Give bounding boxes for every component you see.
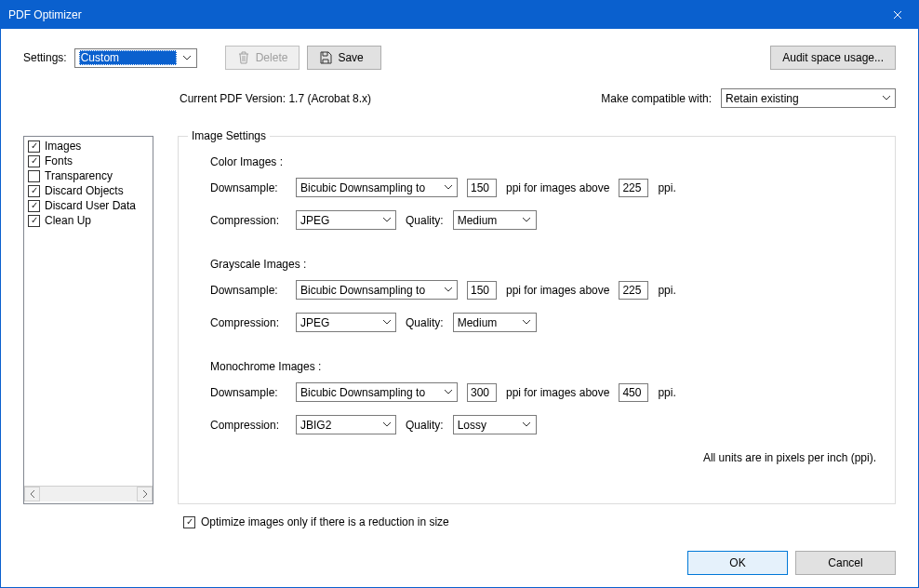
version-row: Current PDF Version: 1.7 (Acrobat 8.x) M… <box>23 88 896 108</box>
scroll-left-icon[interactable] <box>24 487 40 501</box>
mono-downsample-select[interactable]: Bicubic Downsampling to <box>296 382 458 402</box>
category-label: Discard User Data <box>45 199 136 212</box>
optimize-checkbox-label: Optimize images only if there is a reduc… <box>201 515 449 528</box>
checkbox-icon[interactable] <box>28 170 40 182</box>
mono-quality-select[interactable]: Lossy <box>453 415 537 434</box>
chevron-down-icon <box>441 185 455 190</box>
ppi-above-label: ppi for images above <box>506 284 609 297</box>
checkbox-icon[interactable] <box>28 200 40 212</box>
close-icon <box>893 10 902 20</box>
settings-select[interactable]: Custom <box>74 48 197 68</box>
gray-compression-select[interactable]: JPEG <box>296 313 396 332</box>
color-compression-select[interactable]: JPEG <box>296 210 396 230</box>
grayscale-images-heading: Grayscale Images : <box>210 258 880 271</box>
settings-select-value: Custom <box>79 50 177 65</box>
chevron-down-icon <box>441 287 455 292</box>
category-label: Clean Up <box>45 214 91 227</box>
category-discard-objects[interactable]: Discard Objects <box>24 183 153 198</box>
optimize-only-reduction-row: Optimize images only if there is a reduc… <box>183 515 896 528</box>
chevron-down-icon <box>380 422 393 427</box>
gray-ppi-above-input[interactable] <box>619 281 648 300</box>
delete-button-label: Delete <box>256 51 288 64</box>
save-button[interactable]: Save <box>307 46 381 70</box>
settings-label: Settings: <box>23 51 67 64</box>
category-discard-user-data[interactable]: Discard User Data <box>24 198 153 213</box>
category-list: Images Fonts Transparency Discard Object… <box>23 136 153 504</box>
top-toolbar: Settings: Custom Delete Save Audit space… <box>23 46 896 70</box>
checkbox-icon[interactable] <box>28 155 40 167</box>
chevron-down-icon <box>879 96 893 100</box>
color-ppi-above-input[interactable] <box>619 179 648 197</box>
mono-compression-select[interactable]: JBIG2 <box>296 415 396 434</box>
scrollbar-track[interactable] <box>40 487 137 501</box>
current-version-label: Current PDF Version: 1.7 (Acrobat 8.x) <box>180 92 371 105</box>
gray-ppi-target-input[interactable] <box>467 281 497 300</box>
compat-label: Make compatible with: <box>601 92 712 105</box>
downsample-label: Downsample: <box>210 284 286 297</box>
quality-label: Quality: <box>406 214 444 227</box>
window-title: PDF Optimizer <box>8 8 877 21</box>
compression-label: Compression: <box>210 214 286 227</box>
category-label: Discard Objects <box>45 184 124 197</box>
chevron-down-icon <box>441 390 455 394</box>
ok-button[interactable]: OK <box>687 551 788 575</box>
chevron-down-icon <box>520 218 534 222</box>
category-transparency[interactable]: Transparency <box>24 168 153 183</box>
category-fonts[interactable]: Fonts <box>24 154 153 168</box>
checkbox-icon[interactable] <box>28 140 40 153</box>
mono-ppi-target-input[interactable] <box>467 383 497 402</box>
audit-space-button[interactable]: Audit space usage... <box>770 46 896 70</box>
category-images[interactable]: Images <box>24 139 153 154</box>
chevron-down-icon <box>520 320 534 325</box>
color-downsample-select[interactable]: Bicubic Downsampling to <box>296 178 458 197</box>
ppi-suffix: ppi. <box>658 181 675 194</box>
optimize-checkbox[interactable] <box>183 516 195 528</box>
compression-label: Compression: <box>210 419 286 432</box>
color-ppi-target-input[interactable] <box>467 179 497 197</box>
gray-quality-select[interactable]: Medium <box>453 313 537 332</box>
trash-icon <box>237 51 250 64</box>
group-legend: Image Settings <box>188 129 270 142</box>
save-button-label: Save <box>338 51 363 64</box>
downsample-label: Downsample: <box>210 386 286 399</box>
compat-select-value: Retain existing <box>726 92 875 105</box>
cancel-button[interactable]: Cancel <box>795 551 896 575</box>
category-label: Images <box>45 140 81 153</box>
compression-label: Compression: <box>210 316 286 329</box>
category-clean-up[interactable]: Clean Up <box>24 213 153 228</box>
audit-space-label: Audit space usage... <box>782 51 884 64</box>
chevron-down-icon <box>180 56 194 60</box>
chevron-down-icon <box>380 218 393 222</box>
chevron-down-icon <box>520 422 534 427</box>
ppi-suffix: ppi. <box>658 386 675 399</box>
units-note: All units are in pixels per inch (ppi). <box>193 451 876 464</box>
chevron-down-icon <box>380 320 393 325</box>
ppi-suffix: ppi. <box>658 284 675 297</box>
checkbox-icon[interactable] <box>28 215 40 227</box>
titlebar: PDF Optimizer <box>1 1 918 29</box>
scroll-right-icon[interactable] <box>137 487 153 501</box>
save-icon <box>319 51 332 64</box>
mono-images-heading: Monochrome Images : <box>210 360 880 373</box>
category-list-scrollbar[interactable] <box>24 486 153 501</box>
image-settings-group: Image Settings Color Images : Downsample… <box>178 136 896 504</box>
category-label: Transparency <box>45 169 113 182</box>
compat-select[interactable]: Retain existing <box>721 88 896 108</box>
downsample-label: Downsample: <box>210 181 286 194</box>
ppi-above-label: ppi for images above <box>506 386 609 399</box>
dialog-footer: OK Cancel <box>1 528 918 575</box>
quality-label: Quality: <box>406 419 444 432</box>
mono-ppi-above-input[interactable] <box>619 383 648 402</box>
close-button[interactable] <box>877 1 918 29</box>
color-quality-select[interactable]: Medium <box>453 210 537 230</box>
category-label: Fonts <box>45 154 73 167</box>
quality-label: Quality: <box>406 316 444 329</box>
color-images-heading: Color Images : <box>210 155 880 168</box>
delete-button: Delete <box>225 46 300 70</box>
gray-downsample-select[interactable]: Bicubic Downsampling to <box>296 280 458 300</box>
checkbox-icon[interactable] <box>28 185 40 197</box>
ppi-above-label: ppi for images above <box>506 181 609 194</box>
